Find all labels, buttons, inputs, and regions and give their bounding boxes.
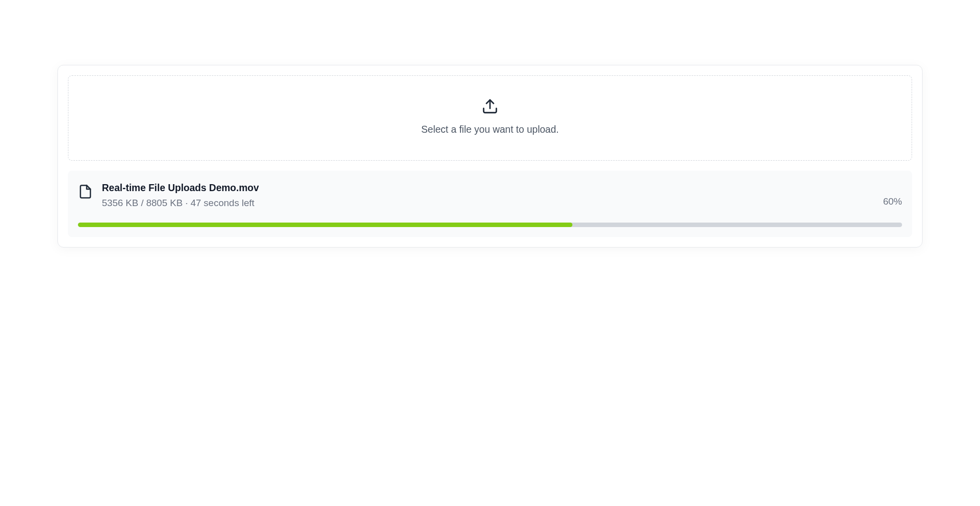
progress-bar (78, 223, 902, 227)
file-status: 5356 KB / 8805 KB · 47 seconds left (102, 197, 874, 210)
file-icon (78, 183, 93, 201)
upload-item-header: Real-time File Uploads Demo.mov 5356 KB … (78, 182, 902, 210)
upload-item: Real-time File Uploads Demo.mov 5356 KB … (68, 171, 912, 237)
upload-icon (482, 98, 498, 115)
file-name: Real-time File Uploads Demo.mov (102, 182, 874, 194)
upload-card: Select a file you want to upload. Real-t… (57, 65, 923, 248)
file-drop-zone[interactable]: Select a file you want to upload. (68, 75, 912, 161)
file-info: Real-time File Uploads Demo.mov 5356 KB … (102, 182, 874, 210)
progress-fill (78, 223, 572, 227)
upload-percent: 60% (883, 196, 902, 207)
drop-zone-prompt: Select a file you want to upload. (421, 123, 558, 136)
